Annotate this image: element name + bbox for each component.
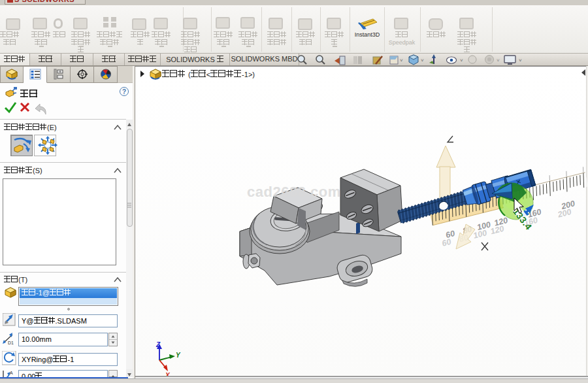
- svg-text:˅: ˅: [519, 58, 522, 63]
- svg-text:Z: Z: [155, 341, 161, 348]
- svg-text:˅: ˅: [497, 58, 500, 63]
- svg-text:D1: D1: [8, 341, 14, 345]
- svg-text:A: A: [10, 371, 13, 375]
- svg-text:˅: ˅: [460, 58, 463, 63]
- svg-text:200: 200: [557, 207, 572, 220]
- svg-text:100: 100: [473, 228, 487, 241]
- svg-text:˅: ˅: [400, 58, 403, 63]
- svg-text:120: 120: [490, 224, 504, 236]
- svg-text:Y: Y: [176, 352, 181, 359]
- svg-text:˅: ˅: [421, 58, 424, 63]
- svg-text:60: 60: [442, 237, 451, 248]
